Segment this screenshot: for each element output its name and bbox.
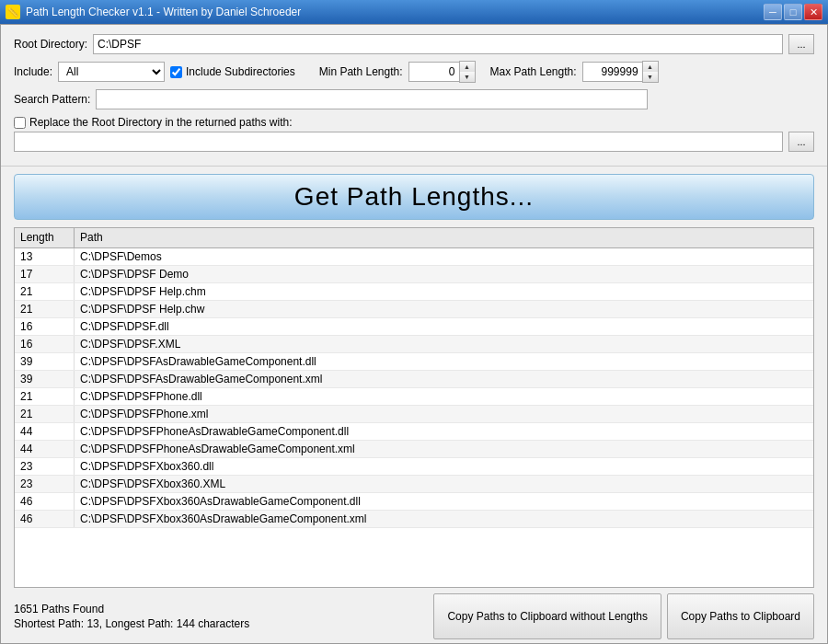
table-row[interactable]: 39C:\DPSF\DPSFAsDrawableGameComponent.xm… xyxy=(15,371,813,388)
table-header: Length Path xyxy=(15,228,813,248)
cell-length: 16 xyxy=(15,318,75,335)
cell-path: C:\DPSF\DPSFPhoneAsDrawableGameComponent… xyxy=(75,423,813,440)
cell-length: 23 xyxy=(15,476,75,492)
max-path-spin-buttons: ▲ ▼ xyxy=(642,61,659,83)
copy-to-clipboard-button[interactable]: Copy Paths to Clipboard xyxy=(667,593,814,639)
close-button[interactable]: ✕ xyxy=(804,4,822,20)
table-row[interactable]: 21C:\DPSF\DPSF Help.chw xyxy=(15,301,813,318)
table-row[interactable]: 39C:\DPSF\DPSFAsDrawableGameComponent.dl… xyxy=(15,353,813,371)
search-pattern-input[interactable] xyxy=(96,89,648,109)
table-row[interactable]: 17C:\DPSF\DPSF Demo xyxy=(15,266,813,283)
include-subdirectories-checkbox[interactable] xyxy=(170,66,182,78)
include-select[interactable]: All Files Only Directories Only xyxy=(58,62,165,82)
cell-path: C:\DPSF\Demos xyxy=(75,248,813,265)
table-row[interactable]: 46C:\DPSF\DPSFXbox360AsDrawableGameCompo… xyxy=(15,511,813,528)
form-area: Root Directory: ... Include: All Files O… xyxy=(1,25,827,167)
status-buttons: Copy Paths to Clipboard without Lengths … xyxy=(433,593,814,639)
cell-length: 46 xyxy=(15,511,75,527)
replace-root-row: Replace the Root Directory in the return… xyxy=(14,116,814,129)
title-bar: 📏 Path Length Checker v1.1 - Written by … xyxy=(0,0,828,24)
min-path-spin-buttons: ▲ ▼ xyxy=(459,61,476,83)
replace-browse-button[interactable]: ... xyxy=(788,132,814,152)
include-subdirectories-label[interactable]: Include Subdirectories xyxy=(170,65,295,78)
maximize-button[interactable]: □ xyxy=(784,4,802,20)
title-bar-buttons: ─ □ ✕ xyxy=(764,4,822,20)
cell-path: C:\DPSF\DPSFXbox360.dll xyxy=(75,458,813,475)
minimize-button[interactable]: ─ xyxy=(764,4,782,20)
table-row[interactable]: 13C:\DPSF\Demos xyxy=(15,248,813,266)
min-path-input[interactable] xyxy=(408,62,459,82)
include-label: Include: xyxy=(14,65,52,78)
app-icon: 📏 xyxy=(6,5,20,19)
cell-length: 44 xyxy=(15,441,75,457)
min-path-label: Min Path Length: xyxy=(319,65,403,78)
cell-length: 44 xyxy=(15,423,75,440)
min-path-spinner: ▲ ▼ xyxy=(408,61,476,83)
main-window: Root Directory: ... Include: All Files O… xyxy=(0,24,828,644)
cell-path: C:\DPSF\DPSFAsDrawableGameComponent.dll xyxy=(75,353,813,370)
get-path-lengths-button[interactable]: Get Path Lengths... xyxy=(14,174,814,220)
cell-length: 17 xyxy=(15,266,75,282)
replace-root-checkbox[interactable] xyxy=(14,117,26,129)
col-length-header: Length xyxy=(15,228,75,247)
root-dir-label: Root Directory: xyxy=(14,38,87,51)
path-lengths-text: Shortest Path: 13, Longest Path: 144 cha… xyxy=(14,617,249,630)
title-text: Path Length Checker v1.1 - Written by Da… xyxy=(26,6,301,18)
cell-path: C:\DPSF\DPSF.XML xyxy=(75,336,813,352)
cell-path: C:\DPSF\DPSF Help.chm xyxy=(75,283,813,300)
table-row[interactable]: 44C:\DPSF\DPSFPhoneAsDrawableGameCompone… xyxy=(15,441,813,458)
min-path-down-button[interactable]: ▼ xyxy=(460,72,475,82)
search-pattern-label: Search Pattern: xyxy=(14,93,90,106)
max-path-down-button[interactable]: ▼ xyxy=(643,72,658,82)
title-bar-left: 📏 Path Length Checker v1.1 - Written by … xyxy=(6,5,301,19)
replace-root-text: Replace the Root Directory in the return… xyxy=(29,116,292,129)
table-row[interactable]: 16C:\DPSF\DPSF.dll xyxy=(15,318,813,336)
root-dir-input[interactable] xyxy=(93,34,783,54)
table-row[interactable]: 23C:\DPSF\DPSFXbox360.dll xyxy=(15,458,813,476)
max-path-up-button[interactable]: ▲ xyxy=(643,62,658,72)
cell-path: C:\DPSF\DPSFPhoneAsDrawableGameComponent… xyxy=(75,441,813,457)
table-row[interactable]: 23C:\DPSF\DPSFXbox360.XML xyxy=(15,476,813,493)
cell-length: 46 xyxy=(15,493,75,510)
cell-path: C:\DPSF\DPSFPhone.xml xyxy=(75,406,813,422)
replace-root-input[interactable] xyxy=(14,132,783,152)
paths-found-text: 1651 Paths Found xyxy=(14,603,249,615)
cell-path: C:\DPSF\DPSF Help.chw xyxy=(75,301,813,317)
cell-path: C:\DPSF\DPSFXbox360.XML xyxy=(75,476,813,492)
status-bar: 1651 Paths Found Shortest Path: 13, Long… xyxy=(1,588,827,643)
cell-length: 23 xyxy=(15,458,75,475)
max-path-input[interactable] xyxy=(582,62,642,82)
cell-length: 13 xyxy=(15,248,75,265)
results-area: Length Path 13C:\DPSF\Demos17C:\DPSF\DPS… xyxy=(14,227,814,588)
max-path-spinner: ▲ ▼ xyxy=(582,61,659,83)
cell-path: C:\DPSF\DPSF Demo xyxy=(75,266,813,282)
table-scroll[interactable]: 13C:\DPSF\Demos17C:\DPSF\DPSF Demo21C:\D… xyxy=(15,248,813,587)
table-row[interactable]: 21C:\DPSF\DPSFPhone.dll xyxy=(15,388,813,406)
cell-length: 21 xyxy=(15,406,75,422)
replace-root-input-row: ... xyxy=(14,132,814,152)
copy-without-lengths-button[interactable]: Copy Paths to Clipboard without Lengths xyxy=(433,593,661,639)
include-row: Include: All Files Only Directories Only… xyxy=(14,61,814,83)
table-row[interactable]: 46C:\DPSF\DPSFXbox360AsDrawableGameCompo… xyxy=(15,493,813,511)
status-left: 1651 Paths Found Shortest Path: 13, Long… xyxy=(14,603,249,630)
cell-path: C:\DPSF\DPSFXbox360AsDrawableGameCompone… xyxy=(75,511,813,527)
table-row[interactable]: 21C:\DPSF\DPSF Help.chm xyxy=(15,283,813,301)
browse-button[interactable]: ... xyxy=(788,34,814,54)
search-pattern-row: Search Pattern: xyxy=(14,89,814,109)
table-row[interactable]: 21C:\DPSF\DPSFPhone.xml xyxy=(15,406,813,423)
cell-length: 39 xyxy=(15,353,75,370)
cell-length: 21 xyxy=(15,301,75,317)
cell-path: C:\DPSF\DPSF.dll xyxy=(75,318,813,335)
include-subdirectories-text: Include Subdirectories xyxy=(186,65,295,78)
cell-length: 16 xyxy=(15,336,75,352)
replace-root-checkbox-label[interactable]: Replace the Root Directory in the return… xyxy=(14,116,292,129)
table-row[interactable]: 16C:\DPSF\DPSF.XML xyxy=(15,336,813,353)
root-dir-row: Root Directory: ... xyxy=(14,34,814,54)
min-path-up-button[interactable]: ▲ xyxy=(460,62,475,72)
cell-length: 39 xyxy=(15,371,75,387)
max-path-label: Max Path Length: xyxy=(490,65,577,78)
table-row[interactable]: 44C:\DPSF\DPSFPhoneAsDrawableGameCompone… xyxy=(15,423,813,441)
col-path-header: Path xyxy=(75,228,813,247)
cell-path: C:\DPSF\DPSFXbox360AsDrawableGameCompone… xyxy=(75,493,813,510)
cell-length: 21 xyxy=(15,388,75,405)
